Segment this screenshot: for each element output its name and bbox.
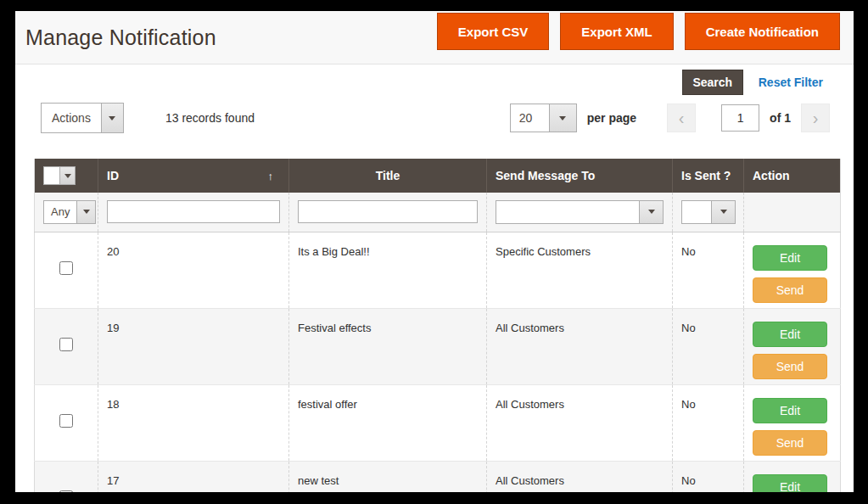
column-header-title[interactable]: Title bbox=[289, 159, 487, 193]
row-checkbox[interactable] bbox=[59, 261, 73, 275]
notification-grid: ID ↑ Title Send Message To Is Sent ? Act… bbox=[34, 159, 840, 492]
edit-button[interactable]: Edit bbox=[753, 245, 827, 271]
edit-button[interactable]: Edit bbox=[753, 322, 827, 347]
chevron-down-icon[interactable] bbox=[549, 104, 576, 132]
chevron-down-icon[interactable] bbox=[639, 201, 663, 223]
action-filter-cell bbox=[744, 193, 841, 232]
column-header-send-message-to[interactable]: Send Message To bbox=[487, 159, 673, 193]
edit-button[interactable]: Edit bbox=[753, 398, 827, 423]
sort-ascending-icon[interactable]: ↑ bbox=[268, 170, 281, 182]
row-checkbox[interactable] bbox=[59, 414, 73, 428]
grid-header-row: ID ↑ Title Send Message To Is Sent ? Act… bbox=[35, 159, 841, 193]
actions-dropdown-label: Actions bbox=[42, 104, 101, 132]
cell-is-sent: No bbox=[673, 308, 744, 384]
screenshot-frame: Manage Notification Export CSV Export XM… bbox=[0, 0, 868, 504]
search-row: Search Reset Filter bbox=[15, 70, 854, 95]
select-all-checkbox[interactable] bbox=[43, 166, 60, 185]
per-page-select[interactable]: 20 bbox=[510, 104, 577, 132]
send-button[interactable]: Send bbox=[753, 430, 827, 456]
select-all-header-cell bbox=[35, 159, 98, 193]
page-count-label: of 1 bbox=[770, 111, 791, 125]
cell-send-message-to: All Customers bbox=[487, 308, 673, 384]
cell-id: 19 bbox=[98, 308, 289, 384]
column-header-id-label: ID bbox=[107, 169, 119, 182]
pagination-controls: 20 per page ‹ of 1 › bbox=[510, 104, 830, 132]
select-all-dropdown[interactable] bbox=[43, 166, 76, 185]
title-filter-cell bbox=[289, 193, 487, 232]
chevron-down-icon[interactable] bbox=[711, 201, 735, 223]
cell-title: Festival effects bbox=[289, 308, 487, 384]
cell-is-sent: No bbox=[673, 461, 744, 492]
cell-id: 17 bbox=[98, 461, 289, 492]
edit-button[interactable]: Edit bbox=[753, 474, 827, 493]
search-button[interactable]: Search bbox=[682, 70, 743, 95]
mass-select-mode-label: Any bbox=[44, 201, 76, 223]
cell-id: 18 bbox=[98, 384, 289, 461]
column-header-is-sent[interactable]: Is Sent ? bbox=[673, 159, 744, 193]
send-button[interactable]: Send bbox=[753, 277, 827, 303]
cell-title: Its a Big Deal!! bbox=[289, 232, 487, 308]
chevron-down-icon[interactable] bbox=[60, 166, 76, 185]
reset-filter-link[interactable]: Reset Filter bbox=[759, 76, 823, 89]
cell-send-message-to: Specific Customers bbox=[487, 232, 673, 308]
per-page-value: 20 bbox=[511, 104, 549, 132]
mass-select-filter-cell: Any bbox=[35, 193, 98, 232]
table-row: 18 festival offer All Customers No Edit … bbox=[35, 384, 841, 461]
id-filter-cell bbox=[98, 193, 289, 232]
manage-notification-page: Manage Notification Export CSV Export XM… bbox=[15, 11, 854, 492]
cell-title: festival offer bbox=[289, 384, 487, 461]
export-xml-button[interactable]: Export XML bbox=[560, 13, 673, 50]
actions-dropdown[interactable]: Actions bbox=[41, 103, 124, 133]
is-sent-filter-select[interactable] bbox=[681, 200, 736, 224]
previous-page-button[interactable]: ‹ bbox=[667, 104, 696, 132]
page-number-input[interactable] bbox=[721, 104, 759, 132]
row-checkbox[interactable] bbox=[59, 490, 73, 493]
cell-id: 20 bbox=[98, 232, 289, 308]
id-filter-input[interactable] bbox=[107, 200, 280, 223]
row-checkbox[interactable] bbox=[59, 338, 73, 351]
export-csv-button[interactable]: Export CSV bbox=[437, 13, 550, 50]
is-sent-filter-cell bbox=[673, 193, 744, 232]
next-page-button[interactable]: › bbox=[801, 104, 830, 132]
cell-title: new test bbox=[289, 461, 487, 492]
table-row: 19 Festival effects All Customers No Edi… bbox=[35, 308, 841, 384]
page-title: Manage Notification bbox=[25, 25, 216, 50]
page-header: Manage Notification Export CSV Export XM… bbox=[15, 11, 854, 64]
header-actions: Export CSV Export XML Create Notificatio… bbox=[437, 13, 840, 50]
title-filter-input[interactable] bbox=[298, 200, 478, 223]
create-notification-button[interactable]: Create Notification bbox=[685, 13, 840, 50]
send-message-to-filter-select[interactable] bbox=[496, 200, 664, 224]
cell-send-message-to: All Customers bbox=[487, 461, 673, 492]
cell-is-sent: No bbox=[673, 232, 744, 308]
cell-is-sent: No bbox=[673, 384, 744, 461]
mass-select-mode-dropdown[interactable]: Any bbox=[43, 200, 96, 224]
chevron-down-icon[interactable] bbox=[101, 104, 123, 132]
chevron-down-icon[interactable] bbox=[76, 201, 95, 223]
column-header-action: Action bbox=[744, 159, 841, 193]
table-row: 17 new test All Customers No Edit Send bbox=[35, 461, 841, 492]
send-message-to-filter-cell bbox=[487, 193, 673, 232]
per-page-label: per page bbox=[587, 111, 636, 125]
table-row: 20 Its a Big Deal!! Specific Customers N… bbox=[35, 232, 841, 308]
grid-toolbar: Actions 13 records found 20 per page ‹ o… bbox=[15, 103, 854, 133]
cell-send-message-to: All Customers bbox=[487, 384, 673, 461]
send-button[interactable]: Send bbox=[753, 354, 827, 379]
column-header-id[interactable]: ID ↑ bbox=[98, 159, 289, 193]
grid-filter-row: Any bbox=[35, 193, 841, 232]
records-found-text: 13 records found bbox=[165, 111, 255, 125]
